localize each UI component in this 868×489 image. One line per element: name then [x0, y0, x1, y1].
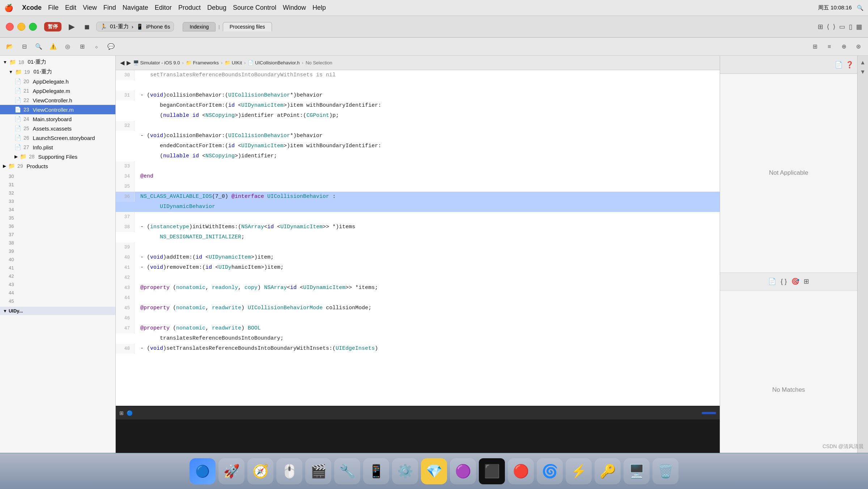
dock-sketch[interactable]: 💎 [421, 458, 447, 484]
grid-btn[interactable]: ⊞ [804, 277, 809, 285]
dock-app1[interactable]: ⚡ [566, 458, 592, 484]
file-inspector-btn[interactable]: 📄 [835, 61, 843, 69]
menu-navigate[interactable]: Navigate [123, 4, 148, 12]
menu-window[interactable]: Window [283, 4, 306, 12]
tree-item-supporting[interactable]: ▶ 📁 28 Supporting Files [0, 152, 115, 161]
nav-back-btn[interactable]: ◀ [120, 59, 124, 66]
tree-item-label: Assets.xcassets [33, 126, 72, 132]
collapse-bottom-btn[interactable]: ▼ [860, 69, 866, 75]
layout-icon-4[interactable]: ▭ [839, 23, 845, 31]
quick-help-btn[interactable]: ❓ [846, 61, 854, 69]
layout-icon-6[interactable]: ▦ [856, 23, 862, 31]
dock-media[interactable]: 🔴 [508, 458, 534, 484]
tree-item-appdelegate-m[interactable]: 📄 21 AppDelegate.m [0, 86, 115, 95]
nav-forward-btn[interactable]: ▶ [127, 59, 131, 66]
tree-item-launchscreen[interactable]: 📄 26 LaunchScreen.storyboard [0, 133, 115, 143]
search-sidebar-btn[interactable]: 🔍 [33, 41, 45, 53]
file-btn[interactable]: 📄 [768, 277, 776, 285]
dock-app3[interactable]: 🖥️ [624, 458, 650, 484]
dock-trash[interactable]: 🗑️ [652, 458, 678, 484]
apple-menu[interactable]: 🍎 [4, 4, 13, 12]
tree-item-infoplist[interactable]: 📄 27 Info.plist [0, 143, 115, 152]
code-line-31b: beganContactForItem:(id <UIDynamicItem>)… [116, 101, 720, 111]
layout-icon-1[interactable]: ⊞ [818, 23, 823, 31]
code-editor[interactable]: 30 setTranslatesReferenceBoundsIntoBound… [116, 70, 720, 406]
maximize-button[interactable] [29, 23, 37, 31]
file-icon: 📄 [14, 97, 21, 103]
code-line-31: 31 - (void)collisionBehavior:(UICollisio… [116, 90, 720, 101]
breadcrumb-frameworks[interactable]: 📁 Frameworks [186, 60, 219, 65]
dock-iphone[interactable]: 📱 [363, 458, 389, 484]
tree-label: 20 [24, 78, 29, 84]
stop-button[interactable]: ◼ [82, 22, 92, 32]
collapse-top-btn[interactable]: ▲ [860, 59, 866, 66]
grid-view-btn[interactable]: ⊞ [809, 41, 821, 53]
menu-help[interactable]: Help [312, 4, 326, 12]
dock-finder[interactable]: 🔵 [190, 458, 216, 484]
dock-launchpad[interactable]: 🚀 [218, 458, 244, 484]
pause-button[interactable]: 暂停 [44, 22, 61, 31]
tree-item-viewcontroller-h[interactable]: 📄 22 ViewController.h [0, 95, 115, 105]
tree-label: 27 [24, 144, 29, 150]
dock-safari[interactable]: 🧭 [247, 458, 273, 484]
toggle-debug-btn[interactable]: 🔵 [127, 410, 133, 416]
version-btn[interactable]: ⊛ [852, 41, 864, 53]
tab-indexing[interactable]: Indexing [183, 22, 216, 31]
tree-item-uidy[interactable]: ▼ UIDy... [0, 307, 115, 315]
menu-source-control[interactable]: Source Control [233, 4, 276, 12]
expand-debug-btn[interactable]: ⊞ [119, 410, 124, 416]
tree-item-appdelegate-h[interactable]: 📄 20 AppDelegate.h [0, 77, 115, 86]
layout-icon-5[interactable]: ▯ [849, 23, 852, 31]
folder-icon-btn[interactable]: 📂 [4, 41, 16, 53]
compare-btn[interactable]: ≡ [823, 41, 835, 53]
menu-file[interactable]: File [48, 4, 59, 12]
dock-paw[interactable]: 🟣 [450, 458, 476, 484]
tree-item-label: 01-重力 [33, 68, 52, 75]
target-btn[interactable]: 🎯 [791, 277, 799, 285]
tree-item-assets[interactable]: 📄 25 Assets.xcassets [0, 124, 115, 133]
right-panel-not-applicable: Not Applicable [720, 74, 857, 273]
assistant-btn[interactable]: ⊕ [838, 41, 850, 53]
menu-find[interactable]: Find [103, 4, 116, 12]
menu-view[interactable]: View [83, 4, 97, 12]
dock-app2[interactable]: 🔑 [595, 458, 621, 484]
menu-editor[interactable]: Editor [155, 4, 172, 12]
menu-product[interactable]: Product [178, 4, 201, 12]
warning-icon-btn[interactable]: ⚠️ [47, 41, 59, 53]
folder-icon: 📁 [9, 59, 16, 65]
dock-vlc[interactable]: 🌀 [537, 458, 563, 484]
breadcrumb-file[interactable]: 📄 UICollisionBehavior.h [248, 60, 299, 65]
run-button[interactable]: ▶ [66, 21, 77, 33]
source-icon-btn[interactable]: ⊟ [18, 41, 30, 53]
tree-item-subproject[interactable]: ▼ 📁 19 01-重力 [0, 67, 115, 77]
breadcrumb-uikit[interactable]: 📁 UIKit [225, 60, 242, 65]
code-line-46: 46 [116, 313, 720, 323]
dock-tools[interactable]: 🔧 [334, 458, 360, 484]
dock-mouse[interactable]: 🖱️ [276, 458, 302, 484]
breadcrumb-simulator[interactable]: 🖥️ Simulator - iOS 9.0 [133, 60, 180, 65]
tree-item-mainstoryboard[interactable]: 📄 24 Main.storyboard [0, 114, 115, 124]
search-icon[interactable]: 🔍 [857, 5, 864, 11]
code-btn[interactable]: { } [780, 278, 787, 285]
tab-processing[interactable]: Processing files [223, 22, 272, 31]
layout-icon-2[interactable]: ⟨ [827, 23, 829, 31]
tree-item-viewcontroller-m[interactable]: 📄 23 ViewController.m [0, 105, 115, 114]
dock-settings[interactable]: ⚙️ [392, 458, 418, 484]
layout-icon-3[interactable]: ⟩ [833, 23, 835, 31]
far-right-strip: ▲ ▼ xco...dmg [857, 56, 868, 489]
tree-item-products[interactable]: ▶ 📁 29 Products [0, 161, 115, 171]
dock-dvd[interactable]: 🎬 [305, 458, 331, 484]
menu-debug[interactable]: Debug [207, 4, 226, 12]
report-icon-btn[interactable]: 💬 [105, 41, 117, 53]
scheme-selector[interactable]: 🏃 01-重力 › 📱 iPhone 6s [96, 22, 174, 31]
menu-edit[interactable]: Edit [65, 4, 76, 12]
close-button[interactable] [6, 23, 14, 31]
breakpoint-icon-btn[interactable]: ⬦ [90, 41, 103, 53]
menu-xcode[interactable]: Xcode [22, 4, 42, 12]
tree-item-project[interactable]: ▼ 📁 18 01-重力 [0, 57, 115, 67]
dock-terminal[interactable]: ⬛ [479, 458, 505, 484]
test-icon-btn[interactable]: ◎ [61, 41, 74, 53]
scheme-name: 01-重力 [110, 23, 129, 30]
debug-icon-btn[interactable]: ⊞ [76, 41, 88, 53]
minimize-button[interactable] [17, 23, 25, 31]
